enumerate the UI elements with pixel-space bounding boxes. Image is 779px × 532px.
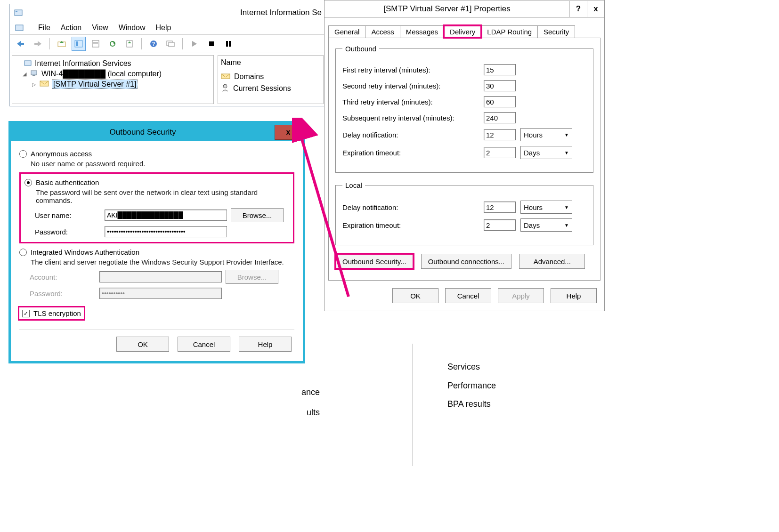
iis-titlebar: Internet Information Se <box>10 4 325 21</box>
menu-view[interactable]: View <box>92 24 108 32</box>
tab-general[interactable]: General <box>328 25 365 38</box>
local-exp-unit[interactable]: Days▼ <box>520 218 572 232</box>
anonymous-label[interactable]: Anonymous access <box>31 150 92 158</box>
subseq-retry-label: Subsequent retry interval (minutes): <box>342 114 484 122</box>
svg-rect-23 <box>209 41 214 46</box>
exp-timeout-input[interactable] <box>484 147 516 158</box>
dialog-cancel-button[interactable]: Cancel <box>178 337 230 352</box>
apply-button[interactable]: Apply <box>498 288 544 303</box>
properties-titlebar: [SMTP Virtual Server #1] Properties ? x <box>325 0 604 18</box>
browse-button[interactable]: Browse... <box>231 208 284 222</box>
ok-button[interactable]: OK <box>392 288 438 303</box>
new-window-icon[interactable] <box>163 37 178 51</box>
delay-notif-input[interactable] <box>484 129 516 140</box>
tab-strip: General Access Messages Delivery LDAP Ro… <box>328 25 600 38</box>
iwa-password-label: Password: <box>30 290 96 298</box>
dialog-ok-button[interactable]: OK <box>116 337 169 352</box>
props-help-button[interactable]: Help <box>551 288 597 303</box>
local-delay-input[interactable] <box>484 202 516 213</box>
tls-label: TLS encryption <box>33 309 81 317</box>
tree-computer[interactable]: WIN-4████████ (local computer) <box>41 70 162 78</box>
play-icon[interactable] <box>187 37 202 51</box>
tab-messages[interactable]: Messages <box>400 25 444 38</box>
delay-notif-label: Delay notification: <box>342 131 484 139</box>
delivery-tab-body: Outbound First retry interval (minutes):… <box>328 38 600 281</box>
delay-notif-unit[interactable]: Hours▼ <box>520 128 572 141</box>
tree-expand-icon[interactable]: ◢ <box>22 71 27 77</box>
help-icon[interactable]: ? <box>146 37 161 51</box>
account-label: Account: <box>30 273 96 281</box>
bpa-results-heading[interactable]: BPA results <box>447 395 496 414</box>
radio-iwa[interactable] <box>19 249 27 256</box>
first-retry-input[interactable] <box>484 64 516 75</box>
behind-left-1: ance <box>301 382 320 403</box>
tree-smtp-server[interactable]: [SMTP Virtual Server #1] <box>52 80 138 89</box>
dialog-help-button[interactable]: Help <box>239 337 292 352</box>
svg-rect-27 <box>31 71 37 75</box>
outbound-security-button[interactable]: Outbound Security... <box>335 254 414 269</box>
outbound-security-dialog: Outbound Security x Anonymous access No … <box>8 121 305 363</box>
tab-ldap-routing[interactable]: LDAP Routing <box>481 25 538 38</box>
back-icon[interactable] <box>14 37 28 51</box>
tree-expand2-icon[interactable]: ▷ <box>31 81 37 88</box>
tree-root[interactable]: Internet Information Services <box>35 59 131 68</box>
pause-icon[interactable] <box>221 37 235 51</box>
exp-timeout-label: Expiration timeout: <box>342 149 484 157</box>
subseq-retry-input[interactable] <box>484 112 516 123</box>
menu-help[interactable]: Help <box>156 24 171 32</box>
behind-right-panel: Services Performance BPA results <box>447 358 496 414</box>
tab-security[interactable]: Security <box>537 25 575 38</box>
password-input[interactable] <box>105 226 227 237</box>
menu-window[interactable]: Window <box>119 24 146 32</box>
list-sessions[interactable]: Current Sessions <box>233 84 291 93</box>
performance-heading[interactable]: Performance <box>447 377 496 395</box>
help-button[interactable]: ? <box>569 1 587 17</box>
list-header[interactable]: Name <box>221 58 320 69</box>
local-delay-unit[interactable]: Hours▼ <box>520 201 572 214</box>
third-retry-label: Third retry interval (minutes): <box>342 98 484 106</box>
export-icon[interactable] <box>122 37 137 51</box>
iis-toolbar: ? <box>10 34 325 53</box>
behind-left-2: ults <box>301 403 320 423</box>
svg-rect-21 <box>169 42 174 47</box>
iwa-label[interactable]: Integrated Windows Authentication <box>31 248 139 256</box>
cancel-button[interactable]: Cancel <box>445 288 491 303</box>
folder-up-icon[interactable] <box>55 37 69 51</box>
checkbox-tls[interactable]: ✓ <box>22 310 30 317</box>
local-exp-input[interactable] <box>484 219 516 231</box>
close-button[interactable]: x <box>587 1 604 17</box>
local-legend: Local <box>342 181 365 189</box>
radio-basic-auth[interactable] <box>24 179 32 186</box>
tab-access[interactable]: Access <box>365 25 400 38</box>
list-pane[interactable]: Name Domains Current Sessions <box>218 55 324 104</box>
outbound-legend: Outbound <box>342 45 379 53</box>
dialog-close-button[interactable]: x <box>275 125 302 140</box>
advanced-button[interactable]: Advanced... <box>519 254 585 269</box>
outbound-connections-button[interactable]: Outbound connections... <box>421 254 512 269</box>
menu-action[interactable]: Action <box>61 24 81 32</box>
password-label: Password: <box>35 228 101 236</box>
menu-file[interactable]: File <box>38 24 50 32</box>
radio-anonymous[interactable] <box>19 150 27 158</box>
third-retry-input[interactable] <box>484 96 516 107</box>
forward-icon[interactable] <box>31 37 45 51</box>
services-heading[interactable]: Services <box>447 358 496 377</box>
list-domains[interactable]: Domains <box>234 73 264 81</box>
basic-auth-label[interactable]: Basic authentication <box>36 178 99 186</box>
stop-icon[interactable] <box>204 37 219 51</box>
basic-auth-desc: The password will be sent over the netwo… <box>36 188 289 204</box>
account-input <box>99 271 222 282</box>
anonymous-desc: No user name or password required. <box>31 160 294 168</box>
tab-delivery[interactable]: Delivery <box>444 25 481 38</box>
properties-icon[interactable] <box>89 37 103 51</box>
view-icon[interactable] <box>72 37 86 51</box>
computer-icon <box>30 69 39 79</box>
username-input[interactable] <box>105 210 227 221</box>
svg-rect-10 <box>76 41 78 46</box>
tls-checkbox-row[interactable]: ✓ TLS encryption <box>19 307 84 319</box>
second-retry-input[interactable] <box>484 80 516 91</box>
tree-pane[interactable]: Internet Information Services ◢ WIN-4███… <box>12 55 214 104</box>
browse-button-disabled: Browse... <box>226 270 278 284</box>
exp-timeout-unit[interactable]: Days▼ <box>520 146 572 159</box>
refresh-icon[interactable] <box>105 37 120 51</box>
